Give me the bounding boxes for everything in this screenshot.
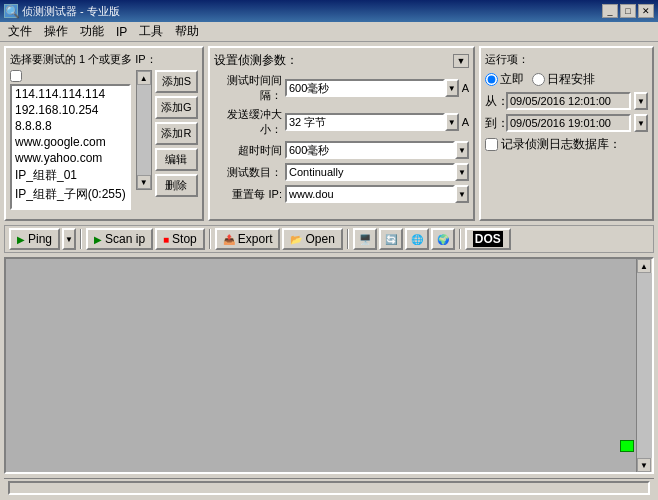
ip-header-row xyxy=(10,70,131,82)
timeout-select[interactable]: 600毫秒 xyxy=(285,141,455,159)
menu-file[interactable]: 文件 xyxy=(2,23,38,41)
list-item[interactable]: www.yahoo.com xyxy=(12,150,129,166)
buffer-select[interactable]: 32 字节 xyxy=(285,113,445,131)
log-label: 记录侦测日志数据库： xyxy=(501,136,621,153)
list-item[interactable]: IP_组群_子网(0:255) xyxy=(12,185,129,204)
list-item[interactable]: 192.168.10.254 xyxy=(12,102,129,118)
titlebar-left: 🔍 侦测测试器 - 专业版 xyxy=(4,4,120,19)
titlebar-title: 侦测测试器 - 专业版 xyxy=(22,4,120,19)
settings-expand-button[interactable]: ▼ xyxy=(453,54,469,68)
results-area: ▲ ▼ xyxy=(4,257,654,474)
menu-tools[interactable]: 工具 xyxy=(133,23,169,41)
results-content xyxy=(6,259,652,472)
settings-row-interval: 测试时间间隔： 600毫秒 ▼ A xyxy=(214,73,469,103)
to-label: 到： xyxy=(485,115,503,132)
close-button[interactable]: ✕ xyxy=(638,4,654,18)
add-g-button[interactable]: 添加G xyxy=(155,96,198,119)
settings-row-timeout: 超时时间 600毫秒 ▼ xyxy=(214,141,469,159)
repeat-label: 重置每 IP: xyxy=(214,187,282,202)
web2-button[interactable]: 🔄 xyxy=(379,228,403,250)
ip-action-buttons: 添加S 添加G 添加R 编辑 删除 xyxy=(155,70,198,210)
interval-dropdown-button[interactable]: ▼ xyxy=(445,79,459,97)
toolbar-separator-4 xyxy=(459,229,461,249)
delete-button[interactable]: 删除 xyxy=(155,174,198,197)
from-date-field[interactable]: 09/05/2016 12:01:00 xyxy=(506,92,631,110)
open-icon: 📂 xyxy=(290,234,302,245)
open-button[interactable]: 📂 Open xyxy=(282,228,342,250)
maximize-button[interactable]: □ xyxy=(620,4,636,18)
run-radio-group: 立即 日程安排 xyxy=(485,71,595,88)
minimize-button[interactable]: _ xyxy=(602,4,618,18)
interval-select-wrapper: 600毫秒 ▼ xyxy=(285,79,459,97)
web4-button[interactable]: 🌍 xyxy=(431,228,455,250)
to-date-button[interactable]: ▼ xyxy=(634,114,648,132)
edit-button[interactable]: 编辑 xyxy=(155,148,198,171)
log-row: 记录侦测日志数据库： xyxy=(485,136,648,153)
toolbar-separator-2 xyxy=(209,229,211,249)
timeout-select-wrapper: 600毫秒 ▼ xyxy=(285,141,469,159)
menu-operate[interactable]: 操作 xyxy=(38,23,74,41)
count-select[interactable]: Continually xyxy=(285,163,455,181)
refresh-icon: 🔄 xyxy=(385,234,397,245)
scan-ip-label: Scan ip xyxy=(105,232,145,246)
ip-list-scrollbar[interactable]: ▲ ▼ xyxy=(136,70,152,190)
buffer-a-button[interactable]: A xyxy=(462,116,469,128)
add-s-button[interactable]: 添加S xyxy=(155,70,198,93)
stop-icon: ■ xyxy=(163,234,169,245)
run-title: 运行项： xyxy=(485,52,648,67)
web1-button[interactable]: 🖥️ xyxy=(353,228,377,250)
titlebar: 🔍 侦测测试器 - 专业版 _ □ ✕ xyxy=(0,0,658,22)
web1-icon: 🖥️ xyxy=(359,234,371,245)
repeat-select[interactable]: www.dou xyxy=(285,185,455,203)
scroll-down-button[interactable]: ▼ xyxy=(137,175,151,189)
log-checkbox[interactable] xyxy=(485,138,498,151)
main-content: 选择要测试的 1 个或更多 IP： 114.114.114.114 192.16… xyxy=(0,42,658,500)
list-item[interactable]: 114.114.114.114 xyxy=(12,86,129,102)
stop-button[interactable]: ■ Stop xyxy=(155,228,205,250)
radio-immediate[interactable]: 立即 xyxy=(485,71,524,88)
menubar: 文件 操作 功能 IP 工具 帮助 xyxy=(0,22,658,42)
to-date-field[interactable]: 09/05/2016 19:01:00 xyxy=(506,114,631,132)
settings-panel: 设置侦测参数： ▼ 测试时间间隔： 600毫秒 ▼ A 发送缓冲大小： 32 字… xyxy=(208,46,475,221)
count-dropdown-button[interactable]: ▼ xyxy=(455,163,469,181)
from-date-row: 从： 09/05/2016 12:01:00 ▼ xyxy=(485,92,648,110)
count-select-wrapper: Continually ▼ xyxy=(285,163,469,181)
interval-select[interactable]: 600毫秒 xyxy=(285,79,445,97)
globe-icon: 🌐 xyxy=(411,234,423,245)
repeat-select-wrapper: www.dou ▼ xyxy=(285,185,469,203)
app-icon: 🔍 xyxy=(4,4,18,18)
list-item[interactable]: IP_组群_01 xyxy=(12,166,129,185)
menu-help[interactable]: 帮助 xyxy=(169,23,205,41)
statusbar xyxy=(4,478,654,496)
list-item[interactable]: 8.8.8.8 xyxy=(12,118,129,134)
from-date-button[interactable]: ▼ xyxy=(634,92,648,110)
web3-button[interactable]: 🌐 xyxy=(405,228,429,250)
ping-button[interactable]: ▶ Ping xyxy=(9,228,60,250)
buffer-select-wrapper: 32 字节 ▼ xyxy=(285,113,459,131)
results-scroll-down[interactable]: ▼ xyxy=(637,458,651,472)
timeout-dropdown-button[interactable]: ▼ xyxy=(455,141,469,159)
results-scroll-up[interactable]: ▲ xyxy=(637,259,651,273)
buffer-dropdown-button[interactable]: ▼ xyxy=(445,113,459,131)
ping-dropdown-button[interactable]: ▼ xyxy=(62,228,76,250)
interval-a-button[interactable]: A xyxy=(462,82,469,94)
ip-select-all-checkbox[interactable] xyxy=(10,70,22,82)
add-r-button[interactable]: 添加R xyxy=(155,122,198,145)
export-button[interactable]: 📤 Export xyxy=(215,228,281,250)
ip-list-container: 114.114.114.114 192.168.10.254 8.8.8.8 w… xyxy=(10,70,131,210)
ip-list[interactable]: 114.114.114.114 192.168.10.254 8.8.8.8 w… xyxy=(10,84,131,210)
from-label: 从： xyxy=(485,93,503,110)
menu-function[interactable]: 功能 xyxy=(74,23,110,41)
list-item[interactable]: www.google.com xyxy=(12,134,129,150)
buffer-label: 发送缓冲大小： xyxy=(214,107,282,137)
scroll-up-button[interactable]: ▲ xyxy=(137,71,151,85)
ping-icon: ▶ xyxy=(17,234,25,245)
menu-ip[interactable]: IP xyxy=(110,23,133,41)
radio-schedule[interactable]: 日程安排 xyxy=(532,71,595,88)
repeat-dropdown-button[interactable]: ▼ xyxy=(455,185,469,203)
scan-ip-button[interactable]: ▶ Scan ip xyxy=(86,228,153,250)
timeout-label: 超时时间 xyxy=(214,143,282,158)
results-scrollbar[interactable]: ▲ ▼ xyxy=(636,259,652,472)
run-mode-row: 立即 日程安排 xyxy=(485,71,648,88)
dos-button[interactable]: DOS xyxy=(465,228,511,250)
